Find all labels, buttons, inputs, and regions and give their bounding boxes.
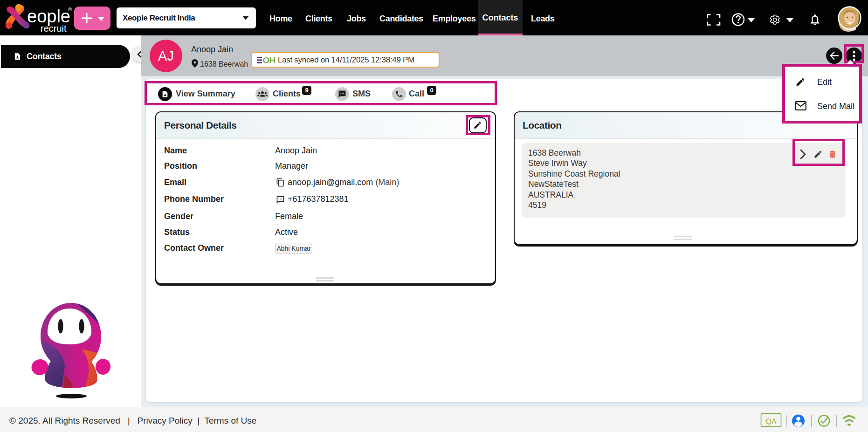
svg-text:®: ® [68,7,72,12]
svg-text:recruit: recruit [41,23,67,34]
svg-text:QA: QA [765,418,776,425]
svg-text:OH: OH [263,56,276,64]
